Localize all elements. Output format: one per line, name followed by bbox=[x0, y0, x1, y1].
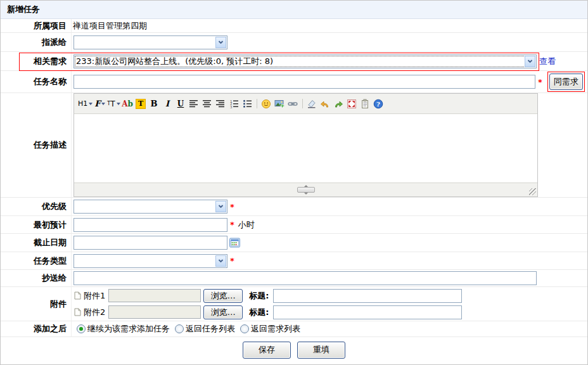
text-color-icon[interactable]: Ab bbox=[121, 98, 134, 110]
chevron-down-icon[interactable] bbox=[215, 201, 226, 212]
save-button[interactable]: 保存 bbox=[243, 342, 291, 359]
mailto-label: 抄送给 bbox=[1, 270, 72, 286]
story-label: 相关需求 bbox=[1, 52, 72, 70]
image-icon[interactable] bbox=[273, 98, 286, 110]
estimate-input[interactable] bbox=[74, 218, 227, 232]
project-value: 禅道项目管理第四期 bbox=[73, 20, 147, 32]
required-asterisk: * bbox=[538, 77, 542, 87]
assigned-to-select[interactable] bbox=[74, 35, 227, 49]
editor-resize-grip[interactable] bbox=[529, 188, 536, 195]
mailto-input[interactable] bbox=[74, 271, 537, 285]
radio-continue-same-story-label[interactable]: 继续为该需求添加任务 bbox=[87, 323, 170, 335]
same-story-button[interactable]: 同需求 bbox=[549, 74, 583, 90]
toolbar-separator bbox=[257, 99, 257, 108]
file-2-input[interactable] bbox=[108, 305, 201, 319]
row-mailto: 抄送给 bbox=[1, 270, 587, 287]
row-assigned-to: 指派给 bbox=[1, 33, 587, 52]
row-files: 附件 附件1 浏览… 标题: 附件2 浏览… 标题: bbox=[1, 287, 587, 321]
document-icon bbox=[74, 308, 81, 316]
help-icon[interactable]: ? bbox=[372, 98, 385, 110]
file-2-label: 附件2 bbox=[84, 307, 105, 318]
font-family-icon[interactable]: F bbox=[93, 98, 106, 110]
align-right-icon[interactable] bbox=[214, 98, 227, 110]
files-label: 附件 bbox=[1, 287, 72, 321]
task-name-input[interactable] bbox=[74, 75, 535, 89]
file-1-title-input[interactable] bbox=[273, 289, 462, 303]
link-icon[interactable] bbox=[286, 98, 300, 110]
editor-toolbar: H1 F TT Ab T B I U 123 bbox=[74, 94, 537, 114]
file-row: 附件2 浏览… 标题: bbox=[73, 304, 462, 321]
chevron-down-icon[interactable] bbox=[215, 37, 226, 48]
radio-return-story-list[interactable] bbox=[240, 324, 249, 333]
required-asterisk: * bbox=[230, 202, 234, 212]
radio-return-task-list[interactable] bbox=[175, 324, 184, 333]
browse-button[interactable]: 浏览… bbox=[203, 289, 243, 303]
add-task-page: 新增任务 所属项目 禅道项目管理第四期 指派给 相关需求 233:新版公司网站整… bbox=[0, 0, 588, 365]
story-select[interactable]: 233:新版公司网站整合上线。(优先级:0, 预计工时: 8) bbox=[74, 54, 537, 68]
estimate-unit: 小时 bbox=[238, 219, 255, 231]
document-icon bbox=[74, 291, 81, 300]
task-desc-label: 任务描述 bbox=[1, 93, 72, 197]
row-priority: 优先级 * bbox=[1, 198, 587, 216]
row-estimate: 最初预计 * 小时 bbox=[1, 216, 587, 234]
underline-icon[interactable]: U bbox=[174, 98, 188, 110]
undo-icon[interactable] bbox=[319, 98, 332, 110]
font-size-icon[interactable]: TT bbox=[106, 98, 120, 110]
heading-icon[interactable]: H1 bbox=[77, 98, 93, 110]
task-type-label: 任务类型 bbox=[1, 252, 72, 269]
estimate-label: 最初预计 bbox=[1, 216, 72, 233]
editor-resize-handle[interactable] bbox=[297, 187, 315, 193]
chevron-down-icon[interactable] bbox=[215, 255, 226, 267]
deadline-label: 截止日期 bbox=[1, 234, 72, 252]
required-asterisk: * bbox=[230, 256, 234, 266]
redo-icon[interactable] bbox=[332, 98, 345, 110]
calendar-icon[interactable] bbox=[229, 238, 240, 248]
radio-return-story-list-label[interactable]: 返回需求列表 bbox=[251, 323, 300, 335]
remove-format-icon[interactable] bbox=[305, 98, 319, 110]
after-submit-label: 添加之后 bbox=[1, 321, 72, 336]
radio-return-task-list-label[interactable]: 返回任务列表 bbox=[186, 323, 235, 335]
highlight-icon[interactable]: T bbox=[134, 98, 148, 110]
editor-content-area[interactable] bbox=[74, 114, 537, 182]
row-after-submit: 添加之后 继续为该需求添加任务 返回任务列表 返回需求列表 bbox=[1, 321, 587, 337]
file-2-title-input[interactable] bbox=[273, 305, 462, 319]
file-row: 附件1 浏览… 标题: bbox=[73, 288, 462, 304]
align-center-icon[interactable] bbox=[201, 98, 214, 110]
ordered-list-icon[interactable]: 123 bbox=[227, 98, 241, 110]
story-selected-value: 233:新版公司网站整合上线。(优先级:0, 预计工时: 8) bbox=[76, 56, 273, 67]
file-1-label: 附件1 bbox=[84, 290, 105, 302]
same-story-highlight-box: 同需求 bbox=[547, 72, 585, 92]
file-1-input[interactable] bbox=[108, 289, 201, 302]
svg-text:3: 3 bbox=[230, 105, 233, 108]
rich-text-editor: H1 F TT Ab T B I U 123 bbox=[74, 93, 538, 197]
row-project: 所属项目 禅道项目管理第四期 bbox=[1, 19, 587, 33]
project-label: 所属项目 bbox=[1, 19, 72, 32]
priority-select[interactable] bbox=[74, 200, 227, 214]
source-icon[interactable] bbox=[359, 98, 372, 110]
italic-icon[interactable]: I bbox=[161, 98, 174, 110]
file-2-title-label: 标题: bbox=[249, 307, 269, 318]
toolbar-separator bbox=[302, 99, 303, 108]
radio-continue-same-story[interactable] bbox=[77, 324, 86, 333]
row-task-name: 任务名称 * 同需求 bbox=[1, 71, 587, 93]
priority-label: 优先级 bbox=[1, 198, 72, 215]
fullscreen-icon[interactable] bbox=[345, 98, 359, 110]
row-deadline: 截止日期 bbox=[1, 234, 587, 252]
bold-icon[interactable]: B bbox=[148, 98, 161, 110]
page-title: 新增任务 bbox=[1, 1, 587, 19]
story-view-link[interactable]: 查看 bbox=[539, 56, 556, 67]
editor-statusbar bbox=[74, 182, 537, 196]
browse-button[interactable]: 浏览… bbox=[203, 305, 243, 319]
align-left-icon[interactable] bbox=[188, 98, 201, 110]
reset-button[interactable]: 重填 bbox=[297, 342, 345, 359]
unordered-list-icon[interactable] bbox=[241, 98, 254, 110]
chevron-down-icon[interactable] bbox=[525, 56, 535, 67]
form-actions: 保存 重填 bbox=[1, 337, 587, 362]
deadline-input[interactable] bbox=[74, 236, 227, 250]
emoticon-icon[interactable] bbox=[260, 98, 273, 110]
file-1-title-label: 标题: bbox=[249, 290, 269, 302]
required-asterisk: * bbox=[230, 220, 234, 229]
assigned-to-label: 指派给 bbox=[1, 33, 72, 51]
task-type-select[interactable] bbox=[74, 254, 227, 268]
svg-text:?: ? bbox=[376, 100, 380, 107]
